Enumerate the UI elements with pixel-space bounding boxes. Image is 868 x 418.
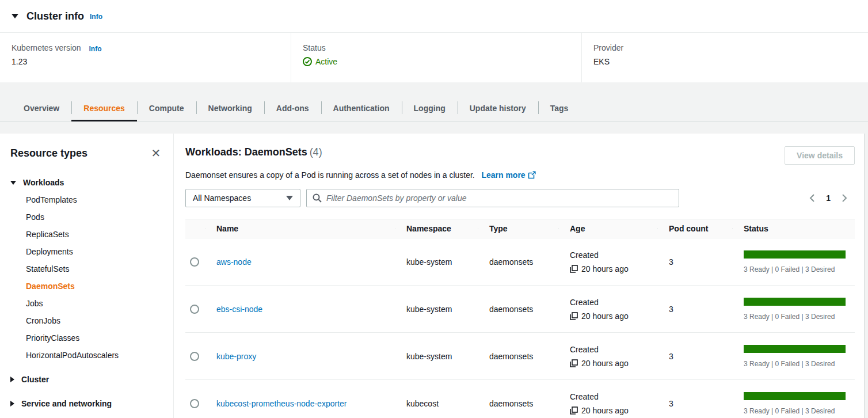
daemonsets-main: Workloads: DaemonSets (4) View details D… bbox=[174, 134, 864, 418]
namespace-cell: kubecost bbox=[395, 399, 478, 408]
tab-overview[interactable]: Overview bbox=[12, 97, 71, 121]
search-input[interactable] bbox=[326, 193, 673, 203]
close-icon[interactable]: ✕ bbox=[149, 146, 163, 160]
daemonset-name-link[interactable]: aws-node bbox=[216, 257, 252, 267]
cluster-info-header: Cluster info Info bbox=[0, 0, 868, 32]
daemonsets-table: Name Namespace Type Age Pod count Status… bbox=[185, 219, 855, 418]
caret-right-icon bbox=[10, 401, 14, 406]
pod-count-cell: 3 bbox=[657, 257, 732, 267]
external-link-icon[interactable] bbox=[528, 171, 536, 181]
age-cell: Created 20 hours ago bbox=[558, 250, 657, 273]
tab-tags[interactable]: Tags bbox=[538, 97, 581, 121]
sidebar-item-horizontalpodautoscalers[interactable]: HorizontalPodAutoscalers bbox=[10, 347, 163, 364]
sidebar-item-podtemplates[interactable]: PodTemplates bbox=[10, 191, 163, 208]
caret-down-icon bbox=[10, 181, 16, 185]
namespace-cell: kube-system bbox=[395, 352, 478, 361]
column-header-pod-count[interactable]: Pod count bbox=[657, 224, 732, 233]
sidebar-item-replicasets[interactable]: ReplicaSets bbox=[10, 226, 163, 243]
tab-networking[interactable]: Networking bbox=[196, 97, 264, 121]
row-radio-button[interactable] bbox=[190, 305, 199, 314]
page-title: Workloads: DaemonSets bbox=[185, 146, 307, 158]
tab-authentication[interactable]: Authentication bbox=[321, 97, 402, 121]
sidebar-item-jobs[interactable]: Jobs bbox=[10, 295, 163, 312]
status-text: 3 Ready | 0 Failed | 3 Desired bbox=[744, 360, 846, 368]
provider-field: Provider EKS bbox=[581, 33, 868, 82]
age-cell: Created 20 hours ago bbox=[558, 392, 657, 415]
caret-right-icon bbox=[10, 377, 14, 382]
table-header: Name Namespace Type Age Pod count Status bbox=[185, 219, 855, 238]
tab-resources[interactable]: Resources bbox=[71, 97, 137, 121]
age-cell: Created 20 hours ago bbox=[558, 298, 657, 321]
copy-icon bbox=[570, 265, 578, 273]
view-details-button[interactable]: View details bbox=[785, 146, 855, 165]
sidebar-title: Resource types bbox=[10, 147, 87, 159]
spacer bbox=[0, 121, 868, 134]
daemonset-name-link[interactable]: ebs-csi-node bbox=[216, 305, 262, 314]
type-cell: daemonsets bbox=[478, 305, 558, 314]
status-ok-icon bbox=[303, 57, 312, 66]
tab-add-ons[interactable]: Add-ons bbox=[264, 97, 321, 121]
column-header-type[interactable]: Type bbox=[478, 224, 558, 233]
tab-update-history[interactable]: Update history bbox=[458, 97, 538, 121]
row-radio-button[interactable] bbox=[190, 352, 199, 361]
collapse-caret-icon[interactable] bbox=[12, 14, 18, 18]
sidebar-item-pods[interactable]: Pods bbox=[10, 208, 163, 226]
type-cell: daemonsets bbox=[478, 257, 558, 267]
column-header-name[interactable]: Name bbox=[205, 224, 395, 233]
status-value: Active bbox=[315, 57, 337, 66]
type-cell: daemonsets bbox=[478, 399, 558, 408]
status-text: 3 Ready | 0 Failed | 3 Desired bbox=[744, 265, 846, 273]
status-cell: 3 Ready | 0 Failed | 3 Desired bbox=[732, 250, 855, 273]
copy-icon bbox=[570, 312, 578, 320]
row-radio-button[interactable] bbox=[190, 399, 199, 408]
search-icon bbox=[313, 193, 322, 203]
sidebar-item-cronjobs[interactable]: CronJobs bbox=[10, 312, 163, 329]
sidebar-item-statefulsets[interactable]: StatefulSets bbox=[10, 260, 163, 278]
column-header-namespace[interactable]: Namespace bbox=[395, 224, 478, 233]
sidebar-group-workloads[interactable]: Workloads bbox=[10, 174, 163, 191]
sidebar-group-service-and-networking[interactable]: Service and networking bbox=[10, 395, 163, 412]
status-progress-bar bbox=[744, 345, 846, 353]
cluster-info-info-link[interactable]: Info bbox=[90, 13, 102, 21]
provider-label: Provider bbox=[593, 43, 856, 52]
daemonset-name-link[interactable]: kubecost-prometheus-node-exporter bbox=[216, 399, 347, 408]
status-progress-bar bbox=[744, 298, 846, 306]
kubernetes-version-field: Kubernetes version Info 1.23 bbox=[0, 33, 291, 82]
namespace-filter-select[interactable]: All Namespaces bbox=[185, 189, 300, 207]
cluster-info-panel: Kubernetes version Info 1.23 Status Acti… bbox=[0, 32, 868, 82]
column-header-status[interactable]: Status bbox=[732, 224, 855, 233]
row-radio-button[interactable] bbox=[190, 257, 199, 267]
status-text: 3 Ready | 0 Failed | 3 Desired bbox=[744, 407, 846, 415]
type-cell: daemonsets bbox=[478, 352, 558, 361]
daemonset-name-link[interactable]: kube-proxy bbox=[216, 352, 256, 361]
status-label: Status bbox=[303, 43, 570, 52]
chevron-left-icon[interactable] bbox=[809, 193, 816, 203]
tab-compute[interactable]: Compute bbox=[137, 97, 196, 121]
chevron-down-icon bbox=[286, 196, 293, 200]
chevron-right-icon[interactable] bbox=[841, 193, 848, 203]
namespace-cell: kube-system bbox=[395, 305, 478, 314]
status-progress-bar bbox=[744, 250, 846, 259]
description-text: Daemonset ensures a copy of a Pod is run… bbox=[185, 170, 475, 180]
status-cell: 3 Ready | 0 Failed | 3 Desired bbox=[732, 345, 855, 368]
item-count: (4) bbox=[310, 146, 322, 158]
sidebar-group-cluster[interactable]: Cluster bbox=[10, 371, 163, 388]
tab-bar: Overview Resources Compute Networking Ad… bbox=[0, 82, 868, 121]
search-box bbox=[306, 189, 679, 207]
status-field: Status Active bbox=[291, 33, 581, 82]
sidebar-item-daemonsets[interactable]: DaemonSets bbox=[10, 278, 163, 295]
kubernetes-version-info-link[interactable]: Info bbox=[89, 45, 102, 53]
sidebar-item-priorityclasses[interactable]: PriorityClasses bbox=[10, 329, 163, 347]
status-progress-bar bbox=[744, 392, 846, 400]
copy-icon bbox=[570, 359, 578, 367]
column-header-age[interactable]: Age bbox=[558, 224, 657, 233]
status-text: 3 Ready | 0 Failed | 3 Desired bbox=[744, 313, 846, 321]
learn-more-link[interactable]: Learn more bbox=[481, 170, 525, 180]
tab-logging[interactable]: Logging bbox=[402, 97, 458, 121]
table-row: kubecost-prometheus-node-exporter kubeco… bbox=[185, 380, 855, 418]
sidebar-item-deployments[interactable]: Deployments bbox=[10, 243, 163, 260]
pagination: 1 bbox=[809, 193, 855, 203]
page-number[interactable]: 1 bbox=[826, 193, 831, 203]
status-cell: 3 Ready | 0 Failed | 3 Desired bbox=[732, 298, 855, 321]
provider-value: EKS bbox=[593, 57, 856, 66]
